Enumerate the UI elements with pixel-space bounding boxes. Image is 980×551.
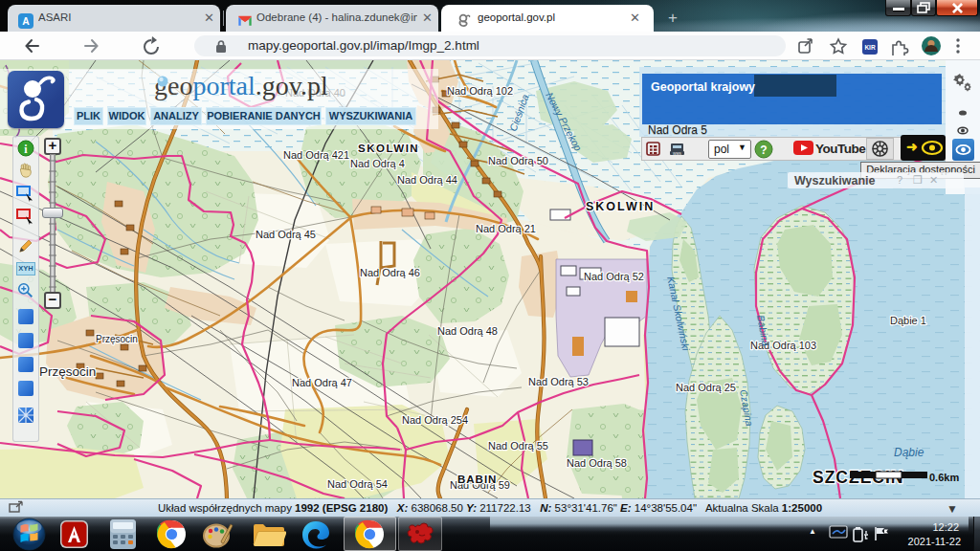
svg-text:Nad Odrą 45: Nad Odrą 45 [256, 229, 316, 240]
svg-text:Nad Odrą 21: Nad Odrą 21 [476, 223, 536, 234]
svg-text:Nad Odrą 55: Nad Odrą 55 [488, 440, 548, 452]
svg-text:Nad Odrą 44: Nad Odrą 44 [397, 174, 457, 186]
svg-text:Nad Odrą 102: Nad Odrą 102 [447, 85, 513, 97]
svg-text:Dąbie: Dąbie [894, 446, 924, 459]
svg-text:0.6km: 0.6km [929, 472, 959, 483]
svg-text:Nad Odrą 53: Nad Odrą 53 [528, 376, 589, 387]
svg-text:Nad Odrą 46: Nad Odrą 46 [360, 267, 420, 278]
svg-text:Nad Odrą 47: Nad Odrą 47 [292, 377, 352, 388]
svg-text:Nad Odrą 254: Nad Odrą 254 [402, 414, 468, 426]
svg-text:Nad Odrą 54: Nad Odrą 54 [327, 478, 388, 490]
svg-text:WMS: WMS [673, 152, 681, 156]
svg-text:YouTube: YouTube [815, 142, 866, 156]
svg-text:Nad Odrą 421: Nad Odrą 421 [283, 149, 349, 161]
svg-text:Przęsocin: Przęsocin [96, 334, 138, 344]
svg-text:Nad Odrą 4: Nad Odrą 4 [350, 158, 405, 169]
svg-text:KIR: KIR [864, 44, 876, 51]
svg-text:Nad Odrą 48: Nad Odrą 48 [437, 325, 498, 337]
svg-text:SKOLWIN: SKOLWIN [586, 200, 655, 213]
svg-text:?: ? [760, 143, 767, 157]
svg-text:Przęsocin: Przęsocin [39, 364, 96, 379]
svg-text:SKOLWIN: SKOLWIN [358, 143, 419, 154]
svg-text:Nad Odrą 50: Nad Odrą 50 [488, 155, 548, 166]
svg-text:Dąbie 1: Dąbie 1 [890, 315, 926, 326]
svg-text:Nad Odrą 52: Nad Odrą 52 [584, 271, 644, 282]
svg-text:Nad Odrą 25: Nad Odrą 25 [676, 382, 736, 393]
svg-text:Nad Odrą 58: Nad Odrą 58 [567, 457, 627, 469]
svg-text:A: A [22, 16, 30, 27]
svg-text:BABIN: BABIN [457, 474, 497, 485]
